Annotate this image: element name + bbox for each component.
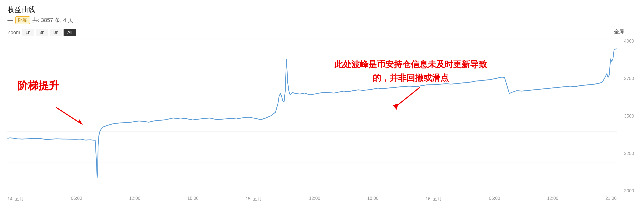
grid-line-bottom [8, 193, 616, 193]
menu-button[interactable]: ≡ [630, 28, 634, 36]
subtitle-row: — 陷赢 共: 3857 条, 4 页 [8, 16, 636, 24]
x-label-0600-1: 06:00 [71, 196, 82, 202]
arrow-left [54, 105, 88, 128]
annotation-right-line2: 的，并非回撤或滑点 [334, 71, 487, 84]
x-label-1800-2: 18:00 [367, 196, 378, 202]
dash-icon: — [8, 17, 13, 24]
x-label-14may: 14. 五月 [8, 196, 24, 202]
annotation-right: 此处波峰是币安持仓信息未及时更新导致 的，并非回撤或滑点 [334, 58, 487, 85]
svg-marker-1 [78, 119, 83, 125]
x-label-1200-2: 12:00 [309, 196, 320, 202]
dotted-vertical-line [500, 54, 500, 174]
zoom-3h[interactable]: 3h [36, 29, 48, 36]
x-label-15may: 15. 五月 [246, 196, 262, 202]
x-label-1800-1: 18:00 [188, 196, 199, 202]
zoom-all[interactable]: All [64, 29, 76, 36]
annotation-left: 阶梯提升 [18, 79, 59, 93]
x-label-16may: 16. 五月 [426, 196, 442, 202]
y-label-3500: 3500 [624, 114, 634, 118]
arrow-right [390, 85, 422, 113]
x-axis: 14. 五月 06:00 12:00 18:00 15. 五月 12:00 18… [8, 196, 616, 202]
svg-line-2 [395, 88, 420, 107]
y-label-3250: 3250 [624, 151, 634, 156]
page-title: 收益曲线 [8, 5, 636, 14]
svg-marker-3 [393, 104, 398, 110]
x-label-1200-1: 12:00 [129, 196, 140, 202]
annotation-right-line1: 此处波峰是币安持仓信息未及时更新导致 [334, 58, 487, 71]
tag-badge: 陷赢 [16, 16, 30, 24]
record-info: 共: 3857 条, 4 页 [32, 16, 73, 24]
zoom-controls: Zoom 1h 3h 8h All [8, 29, 636, 36]
x-label-1200-3: 12:00 [547, 196, 558, 202]
zoom-1h[interactable]: 1h [22, 29, 34, 36]
x-label-2100: 21:00 [605, 196, 616, 202]
chart-wrapper: 全屏 ≡ 4000 3750 3500 3250 3000 [8, 38, 636, 193]
y-label-4000: 4000 [624, 39, 634, 43]
svg-line-0 [56, 107, 81, 124]
y-label-3750: 3750 [624, 76, 634, 81]
y-axis: 4000 3750 3500 3250 3000 [624, 39, 634, 193]
chart-svg [8, 39, 616, 193]
zoom-8h[interactable]: 8h [50, 29, 62, 36]
x-label-0600-3: 06:00 [489, 196, 500, 202]
zoom-label: Zoom [8, 30, 20, 36]
fullscreen-button[interactable]: 全屏 [614, 28, 624, 35]
y-label-3000: 3000 [624, 188, 634, 193]
main-container: 收益曲线 — 陷赢 共: 3857 条, 4 页 Zoom 1h 3h 8h A… [0, 0, 644, 213]
